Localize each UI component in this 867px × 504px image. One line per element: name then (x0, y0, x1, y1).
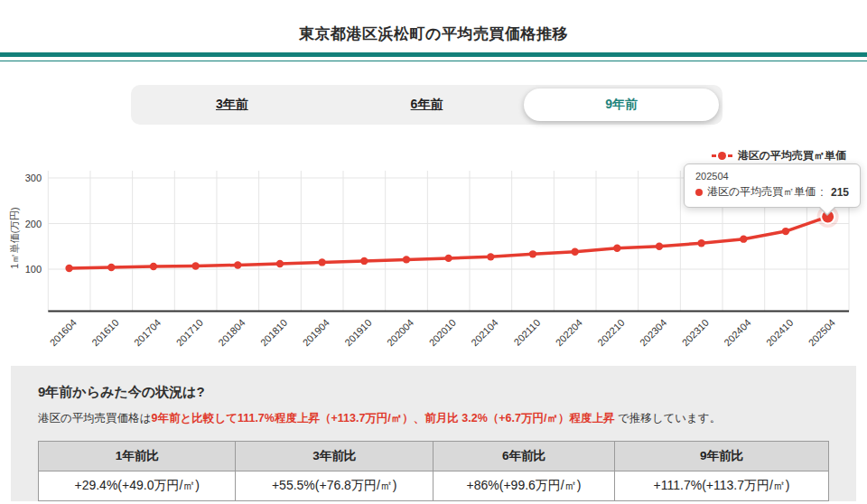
value-6yr: +86%(+99.6万円/㎡) (433, 471, 614, 501)
summary-heading: 9年前からみた今の状況は? (38, 384, 829, 401)
divider-thick (0, 52, 867, 57)
svg-text:100: 100 (25, 264, 42, 275)
page-title: 東京都港区浜松町の平均売買価格推移 (0, 23, 867, 44)
value-3yr: +55.5%(+76.8万円/㎡) (236, 471, 433, 501)
value-1yr: +29.4%(+49.0万円/㎡) (39, 471, 236, 501)
header-3yr: 3年前比 (236, 442, 433, 471)
summary-text: 港区の平均売買価格は9年前と比較して111.7%程度上昇（+113.7万円/㎡）… (38, 411, 829, 426)
summary-text-highlight: 9年前と比較して111.7%程度上昇（+113.7万円/㎡）、前月比 3.2%（… (152, 412, 615, 425)
svg-text:202304: 202304 (638, 317, 668, 348)
summary-text-suffix: で推移しています。 (614, 412, 721, 425)
svg-text:202504: 202504 (806, 317, 837, 348)
tooltip-date: 202504 (695, 171, 849, 182)
page-header: 東京都港区浜松町の平均売買価格推移 (0, 0, 867, 61)
svg-text:202110: 202110 (512, 317, 543, 348)
svg-text:201610: 201610 (89, 317, 120, 348)
tab-9-years-ago[interactable]: 9年前 (524, 89, 719, 121)
svg-text:201904: 201904 (301, 317, 331, 348)
svg-text:201604: 201604 (48, 317, 79, 348)
svg-text:201804: 201804 (216, 317, 247, 348)
svg-text:201910: 201910 (342, 317, 373, 348)
svg-text:201704: 201704 (132, 317, 163, 348)
svg-text:201810: 201810 (258, 317, 289, 348)
svg-text:202104: 202104 (469, 317, 499, 348)
price-trend-chart: 港区の平均売買㎡単価 1㎡単価(万円) 10020030020160420161… (0, 141, 867, 362)
svg-text:202404: 202404 (722, 317, 752, 348)
svg-text:202204: 202204 (554, 317, 584, 348)
summary-text-prefix: 港区の平均売買価格は (38, 412, 152, 425)
svg-text:202010: 202010 (427, 317, 458, 348)
tab-3-years-ago[interactable]: 3年前 (135, 89, 330, 121)
svg-text:202410: 202410 (764, 317, 795, 348)
comparison-table-value-row: +29.4%(+49.0万円/㎡) +55.5%(+76.8万円/㎡) +86%… (39, 471, 829, 501)
chart-tooltip: 202504 港区の平均売買㎡単価: 215 (684, 163, 861, 208)
tab-9-years-label: 9年前 (605, 97, 638, 113)
svg-text:201710: 201710 (174, 317, 205, 348)
svg-text:300: 300 (25, 173, 42, 183)
header-9yr: 9年前比 (615, 442, 829, 471)
header-6yr: 6年前比 (433, 442, 614, 471)
tab-6-years-ago[interactable]: 6年前 (330, 89, 525, 121)
svg-text:200: 200 (25, 219, 42, 229)
tooltip-series-dot-icon (695, 189, 703, 196)
comparison-table: 1年前比 3年前比 6年前比 9年前比 +29.4%(+49.0万円/㎡) +5… (38, 441, 829, 501)
summary-section: 9年前からみた今の状況は? 港区の平均売買価格は9年前と比較して111.7%程度… (11, 366, 856, 501)
tooltip-series-label: 港区の平均売買㎡単価 (707, 184, 816, 200)
svg-text:202210: 202210 (595, 317, 626, 348)
value-9yr: +111.7%(+113.7万円/㎡) (615, 471, 829, 501)
tab-6-years-label: 6年前 (411, 97, 443, 113)
svg-text:202004: 202004 (385, 317, 415, 348)
divider-thin (0, 61, 867, 61)
header-1yr: 1年前比 (39, 442, 236, 471)
tab-3-years-label: 3年前 (216, 97, 248, 113)
tooltip-value: 215 (831, 186, 849, 199)
comparison-table-header-row: 1年前比 3年前比 6年前比 9年前比 (39, 442, 829, 471)
svg-text:202310: 202310 (680, 317, 711, 348)
period-tab-bar: 3年前 6年前 9年前 (131, 85, 722, 125)
